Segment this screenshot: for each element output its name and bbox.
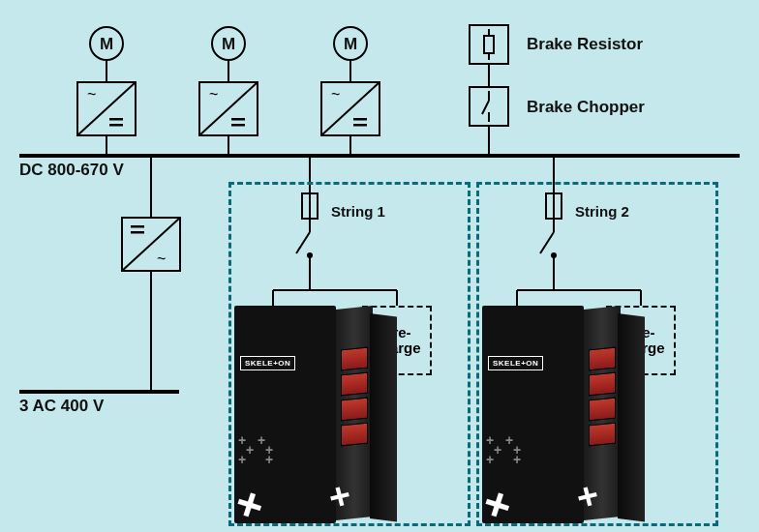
ac-bus-label: 3 AC 400 V (19, 397, 104, 416)
svg-text:~: ~ (157, 251, 166, 267)
svg-rect-26 (470, 25, 508, 64)
svg-line-13 (199, 82, 258, 135)
svg-rect-24 (353, 124, 367, 127)
string-1-label: String 1 (331, 203, 385, 220)
svg-line-32 (482, 101, 489, 114)
motor-3-label: M (344, 35, 357, 54)
svg-rect-16 (231, 124, 245, 127)
dc-bus-label: DC 800-670 V (19, 161, 124, 180)
svg-rect-4 (77, 82, 136, 135)
motor-2-label: M (222, 35, 235, 54)
svg-rect-15 (231, 118, 245, 121)
svg-rect-23 (353, 118, 367, 121)
svg-text:~: ~ (331, 86, 340, 103)
storage-cabinet-1: SKELE+ON + + + ++ + + + (234, 306, 399, 523)
cabinet-brand: SKELE+ON (245, 359, 290, 368)
svg-rect-28 (484, 36, 494, 53)
storage-cabinet-2: SKELE+ON + + + ++ + + + (482, 306, 647, 523)
string-2-label: String 2 (575, 203, 629, 220)
svg-text:~: ~ (209, 86, 218, 103)
svg-rect-7 (109, 118, 123, 121)
svg-line-37 (122, 218, 180, 271)
svg-rect-38 (131, 225, 144, 228)
svg-rect-8 (109, 124, 123, 127)
brake-chopper-label: Brake Chopper (527, 98, 645, 117)
motor-1-label: M (100, 35, 113, 54)
cabinet-brand-2: SKELE+ON (493, 359, 538, 368)
svg-text:~: ~ (87, 86, 96, 103)
svg-rect-39 (131, 231, 144, 234)
svg-rect-36 (122, 218, 180, 271)
svg-rect-30 (470, 87, 508, 126)
brake-resistor-label: Brake Resistor (527, 35, 643, 54)
svg-rect-20 (321, 82, 380, 135)
svg-line-21 (321, 82, 380, 135)
svg-rect-12 (199, 82, 258, 135)
svg-line-5 (77, 82, 136, 135)
